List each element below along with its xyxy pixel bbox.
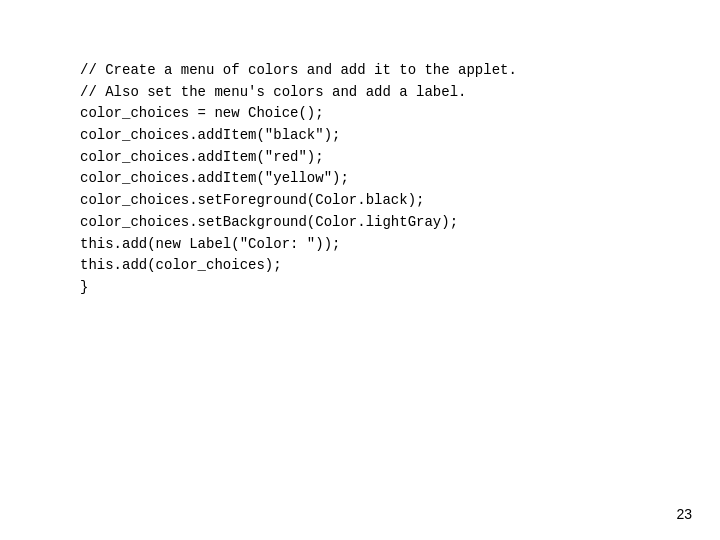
code-block: // Create a menu of colors and add it to… (80, 60, 517, 299)
page-number: 23 (676, 506, 692, 522)
